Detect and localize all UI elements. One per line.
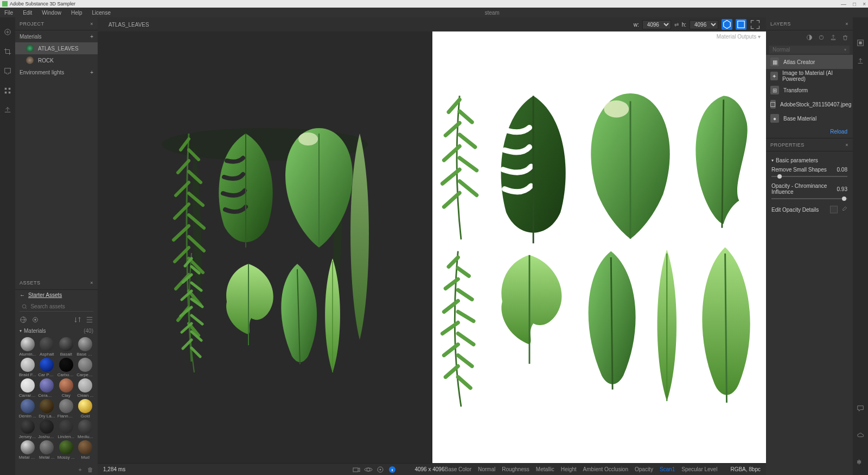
material-thumbnail[interactable]: Linden... [57, 420, 75, 439]
material-thumbnail[interactable]: Clay [57, 378, 75, 398]
channel-tab[interactable]: Base Color [445, 466, 471, 472]
blend-mode-select[interactable]: Normal [769, 46, 850, 54]
sort-icon[interactable] [74, 316, 81, 324]
layer-item[interactable]: ⊞Transform [766, 83, 853, 97]
slider[interactable] [771, 176, 847, 177]
material-thumbnail[interactable]: Base M... [76, 337, 95, 357]
checkbox[interactable] [830, 206, 838, 213]
material-label: Braid F... [19, 372, 36, 377]
channel-tab[interactable]: Normal [478, 466, 495, 472]
material-thumbnail[interactable]: Car Paint [38, 358, 56, 377]
reload-button[interactable]: Reload [766, 125, 853, 138]
chat-icon[interactable] [857, 404, 864, 412]
material-thumbnail[interactable]: Denim ... [18, 399, 37, 419]
material-thumbnail[interactable]: Mud [76, 440, 95, 460]
add-icon[interactable] [4, 28, 11, 36]
close-button[interactable]: × [863, 1, 866, 7]
search-input[interactable] [30, 303, 91, 309]
channel-tab[interactable]: Specular Level [681, 466, 717, 472]
chevron-down-icon: ▾ [758, 34, 761, 40]
material-thumbnail[interactable]: Metal ... [38, 440, 56, 460]
channel-tab[interactable]: Roughness [502, 466, 529, 472]
material-thumbnail[interactable]: Jersey ... [18, 420, 37, 439]
upload-icon[interactable] [4, 106, 11, 114]
material-thumbnail[interactable]: Carbon ... [57, 358, 75, 377]
material-thumbnail[interactable]: Alumin... [18, 337, 37, 357]
grid-icon[interactable] [4, 87, 11, 94]
material-thumbnail[interactable]: Metal B... [18, 440, 37, 460]
close-icon[interactable]: × [90, 280, 93, 286]
view-3d-button[interactable] [722, 19, 732, 30]
material-thumbnail[interactable]: Braid F... [18, 358, 37, 377]
menu-file[interactable]: File [4, 10, 13, 16]
2d-viewport[interactable]: Material Outputs ▾ [432, 31, 767, 463]
share-icon[interactable] [857, 58, 864, 65]
camera-icon[interactable] [352, 465, 361, 474]
filter-icon[interactable] [31, 316, 39, 324]
eyedropper-icon[interactable] [841, 206, 847, 213]
settings-icon[interactable]: ✻ [857, 459, 864, 466]
close-icon[interactable]: × [845, 142, 848, 148]
material-thumbnail[interactable]: Flannel... [57, 399, 75, 419]
width-select[interactable]: 4096 [642, 20, 671, 29]
board-icon[interactable] [4, 67, 11, 75]
fx-icon[interactable] [818, 34, 825, 41]
add-env-button[interactable]: + [90, 69, 93, 75]
viewport-tab[interactable]: ATLAS_LEAVES [103, 20, 155, 29]
layer-item[interactable]: ▦Atlas Creator [766, 55, 853, 69]
assets-back-button[interactable]: ← Starter Assets [15, 290, 98, 300]
material-thumbnail[interactable]: Cerami... [38, 378, 56, 398]
crop-icon[interactable] [4, 48, 11, 55]
material-thumbnail[interactable]: Joshua ... [38, 420, 56, 439]
channel-tab[interactable]: Scan1 [660, 466, 675, 472]
orbit-icon[interactable] [364, 465, 373, 474]
material-thumbnail[interactable]: Mediu... [76, 420, 95, 439]
menu-edit[interactable]: Edit [23, 10, 32, 16]
channel-tab[interactable]: Metallic [536, 466, 554, 472]
add-material-button[interactable]: + [90, 34, 93, 40]
maximize-button[interactable]: □ [853, 1, 856, 7]
material-thumbnail[interactable]: Clean ... [76, 378, 95, 398]
list-view-icon[interactable] [86, 316, 93, 324]
material-thumbnail[interactable]: Basalt [57, 337, 75, 357]
project-item[interactable]: ROCK [15, 54, 98, 66]
export-icon[interactable] [830, 34, 837, 41]
property-section-header[interactable]: ▾ Basic parameters [771, 156, 847, 165]
cloud-icon[interactable] [857, 432, 864, 439]
info-icon[interactable] [388, 465, 397, 474]
close-icon[interactable]: × [90, 21, 93, 27]
minimize-button[interactable]: — [841, 1, 846, 7]
category-header[interactable]: ▾ Materials (40) [15, 326, 98, 336]
menu-license[interactable]: License [92, 10, 111, 16]
material-thumbnail[interactable]: Carpet ... [76, 358, 95, 377]
layer-item[interactable]: ✦Image to Material (AI Powered) [766, 69, 853, 83]
library-icon[interactable] [857, 39, 864, 47]
project-item[interactable]: ATLAS_LEAVES [15, 42, 98, 54]
channel-tab[interactable]: Ambient Occlusion [583, 466, 628, 472]
expand-button[interactable] [750, 19, 761, 30]
3d-viewport[interactable] [98, 31, 432, 463]
globe-icon[interactable] [20, 316, 27, 324]
material-thumbnail[interactable]: Carrara... [18, 378, 37, 398]
delete-icon[interactable] [842, 34, 848, 41]
channel-tab[interactable]: Height [561, 466, 577, 472]
material-thumbnail[interactable]: Asphalt [38, 337, 56, 357]
slider[interactable] [771, 198, 847, 199]
link-icon[interactable]: ⇄ [674, 22, 679, 28]
delete-asset-button[interactable]: 🗑 [87, 466, 93, 473]
material-thumbnail[interactable]: Mossy ... [57, 440, 75, 460]
view-2d-button[interactable] [736, 19, 746, 30]
menu-help[interactable]: Help [71, 10, 82, 16]
height-select[interactable]: 4096 [690, 20, 718, 29]
mask-icon[interactable] [806, 34, 813, 41]
channel-tab[interactable]: Opacity [635, 466, 653, 472]
add-asset-button[interactable]: + [79, 466, 82, 473]
menu-window[interactable]: Window [42, 10, 61, 16]
target-icon[interactable] [376, 465, 385, 474]
close-icon[interactable]: × [845, 21, 848, 27]
material-thumbnail[interactable]: Dry La... [38, 399, 56, 419]
material-thumbnail[interactable]: Gold [76, 399, 95, 419]
layer-item[interactable]: ●Base Material [766, 111, 853, 125]
layer-item[interactable]: 🞎AdobeStock_281150407.jpeg [766, 97, 853, 111]
material-outputs-dropdown[interactable]: Material Outputs ▾ [717, 34, 761, 40]
